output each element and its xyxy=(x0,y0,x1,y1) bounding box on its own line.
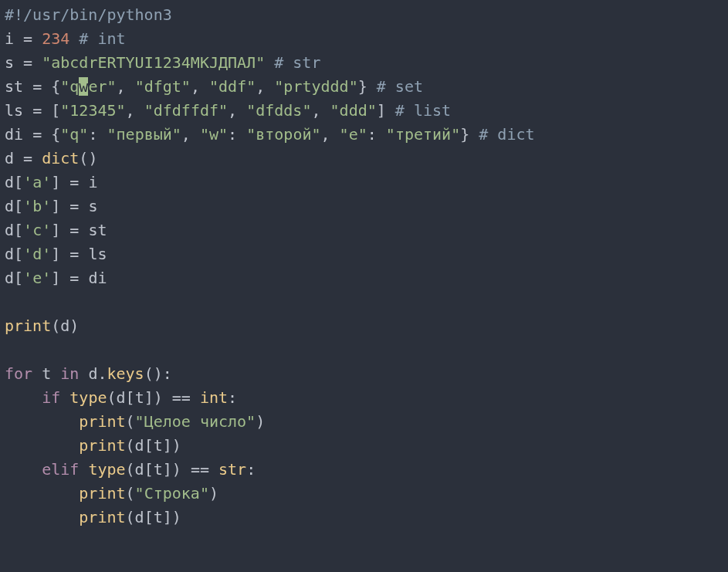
quote: " xyxy=(107,125,117,144)
paren: ( xyxy=(126,460,135,479)
identifier: s xyxy=(88,197,97,215)
string-literal: второй xyxy=(256,125,311,144)
quote: " xyxy=(302,101,311,120)
quote: " xyxy=(386,125,395,144)
operator: == xyxy=(181,460,218,479)
operator: == xyxy=(163,388,200,407)
code-line: #!/usr/bin/python3 xyxy=(5,5,172,24)
code-line: print("Строка") xyxy=(5,484,218,503)
builtin-func: type xyxy=(69,388,107,407)
identifier: d xyxy=(117,388,126,407)
comment: # dict xyxy=(469,125,534,144)
builtin-func: dict xyxy=(42,149,79,168)
indent xyxy=(5,508,79,526)
code-line: d['a'] = i xyxy=(5,173,97,191)
quote: ' xyxy=(23,221,32,239)
bracket: [ xyxy=(144,436,154,455)
brace: { xyxy=(51,77,60,96)
quote: " xyxy=(246,125,256,144)
quote: " xyxy=(256,53,265,72)
string-literal: abcdrERTYUI1234MKJДПАЛ xyxy=(51,53,256,72)
paren: ) xyxy=(172,460,181,479)
indent xyxy=(5,436,79,455)
paren: ( xyxy=(51,316,60,335)
operator: = xyxy=(60,245,88,263)
method: keys xyxy=(107,364,144,383)
operator: = xyxy=(14,53,42,72)
code-line: s = "abcdrERTYUI1234MKJДПАЛ" # str xyxy=(5,53,320,72)
string-literal: prtyddd xyxy=(283,77,348,96)
quote: ' xyxy=(42,221,51,239)
comment: # list xyxy=(386,101,451,120)
indent xyxy=(5,412,79,431)
code-line: d['e'] = di xyxy=(5,269,107,287)
quote: " xyxy=(200,484,209,503)
blank-line xyxy=(5,293,14,311)
operator: = xyxy=(23,125,51,144)
comma: , xyxy=(321,125,340,144)
bracket: [ xyxy=(14,269,23,287)
code-line: ls = ["12345", "dfdffdf", "dfdds", "ddd"… xyxy=(5,101,451,120)
code-editor[interactable]: #!/usr/bin/python3 i = 234 # int s = "ab… xyxy=(0,0,728,533)
quote: " xyxy=(60,101,69,120)
colon: : xyxy=(88,125,107,144)
string-literal: q xyxy=(69,125,79,144)
identifier: d xyxy=(60,316,69,335)
builtin-type: int xyxy=(200,388,228,407)
paren: ) xyxy=(88,149,97,168)
brace: } xyxy=(358,77,367,96)
identifier: d xyxy=(88,364,97,383)
identifier: t xyxy=(135,388,144,407)
identifier: d xyxy=(5,173,14,191)
quote: " xyxy=(135,77,144,96)
quote: " xyxy=(181,77,191,96)
string-literal: 12345 xyxy=(69,101,116,120)
comment: # int xyxy=(69,29,125,48)
builtin-type: str xyxy=(218,460,246,479)
code-line: if type(d[t]) == int: xyxy=(5,388,237,407)
identifier: ls xyxy=(88,245,107,263)
bracket: [ xyxy=(14,221,23,239)
paren: ( xyxy=(144,364,154,383)
operator: = xyxy=(14,29,42,48)
indent xyxy=(5,484,79,503)
bracket: ] xyxy=(163,460,172,479)
code-line: print("Целое число") xyxy=(5,412,265,431)
identifier: d xyxy=(5,269,14,287)
bracket: ] xyxy=(163,508,172,526)
code-line: d['d'] = ls xyxy=(5,245,107,263)
identifier: d xyxy=(135,460,144,479)
paren: ( xyxy=(79,149,88,168)
string-literal: e xyxy=(349,125,358,144)
quote: " xyxy=(246,77,256,96)
string-literal: третий xyxy=(395,125,451,144)
bracket: [ xyxy=(144,460,154,479)
string-literal: dfdds xyxy=(256,101,302,120)
bracket: [ xyxy=(14,197,23,215)
quote: ' xyxy=(42,269,51,287)
code-line: d = dict() xyxy=(5,149,97,168)
comma: , xyxy=(191,77,209,96)
quote: " xyxy=(218,125,228,144)
string-literal: ddd xyxy=(340,101,367,120)
string-literal: dfdffdf xyxy=(154,101,218,120)
string-literal: er xyxy=(88,77,107,96)
quote: " xyxy=(117,101,126,120)
quote: " xyxy=(311,125,320,144)
brace: { xyxy=(51,125,60,144)
paren: ) xyxy=(69,316,79,335)
paren: ) xyxy=(172,436,181,455)
quote: " xyxy=(135,484,144,503)
comma: , xyxy=(117,77,135,96)
builtin-func: print xyxy=(79,436,125,455)
paren: ) xyxy=(172,508,181,526)
identifier: di xyxy=(88,269,107,287)
paren: ( xyxy=(126,436,135,455)
comma: , xyxy=(228,101,246,120)
shebang: #!/usr/bin/python3 xyxy=(5,5,172,24)
text-cursor: w xyxy=(79,77,88,96)
bracket: [ xyxy=(144,508,154,526)
operator: = xyxy=(60,269,88,287)
builtin-func: print xyxy=(5,316,51,335)
quote: " xyxy=(274,77,283,96)
